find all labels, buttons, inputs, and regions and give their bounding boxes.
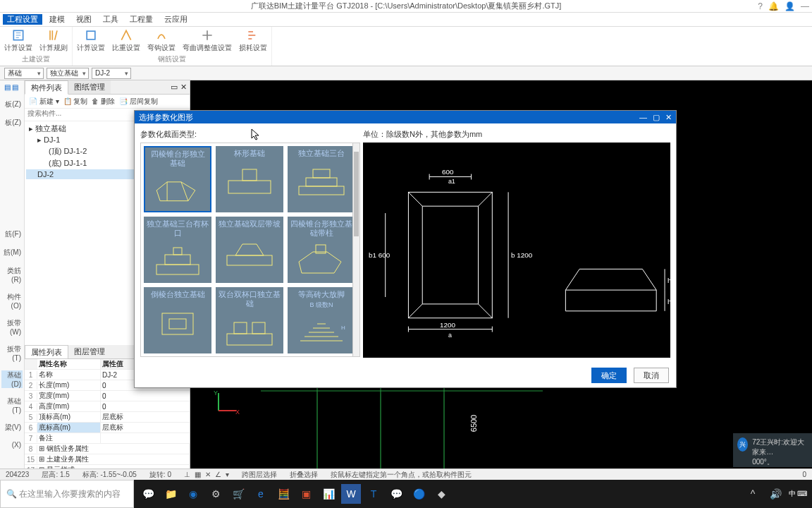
menu-st[interactable]: 视图 [72,14,96,25]
notification-toast[interactable]: 兴 72王兴时:欢迎大家来… 000°。 [733,433,812,467]
taskbar-icon[interactable]: e [251,484,271,504]
svg-text:h 600: h 600 [668,298,670,306]
leftnav-item[interactable]: 板(Z) [1,118,23,128]
svg-rect-14 [242,169,257,181]
menu-gj[interactable]: 工具 [99,14,123,25]
menu-jm[interactable]: 建模 [45,14,69,25]
shape-thumb-9[interactable]: 等高砖大放脚B 级数NH [288,287,355,353]
taskbar-icon[interactable]: 💬 [386,484,406,504]
btn-layercopy[interactable]: 📑 层间复制 [119,97,158,107]
shape-thumb-8[interactable]: 双台双杯口独立基础 [216,287,283,353]
dialog-max-icon[interactable]: ▢ [653,113,660,122]
bell-icon[interactable]: 🔔 [768,1,779,11]
canvas-dim: 6500 [469,415,478,432]
minimize-icon[interactable]: — [801,1,809,11]
combo-item[interactable]: DJ-2 [92,68,131,79]
leftnav-item[interactable]: 基础(T) [1,397,23,414]
taskbar-icon[interactable]: 📁 [161,484,180,504]
status-floor: 层高: 1.5 [42,470,69,480]
btn-delete[interactable]: 🗑 删除 [92,97,115,107]
tab-props[interactable]: 属性列表 [25,345,68,358]
btn-calc-set[interactable]: 计算设置 [4,28,32,53]
menu-gcl[interactable]: 工程量 [125,14,157,25]
svg-line-34 [479,192,493,206]
svg-rect-26 [169,319,186,329]
leftnav-item[interactable]: 筋(F) [1,229,23,239]
tray-icon[interactable]: ^ [743,484,763,504]
dialog-close-icon[interactable]: ✕ [665,113,672,122]
menu-yyy[interactable]: 云应用 [160,14,192,25]
tray-ime[interactable]: 中 ⌨ [788,484,808,504]
shape-thumb-3[interactable]: 独立基础三台 [288,146,355,212]
taskbar-icon[interactable]: T [364,484,383,504]
taskbar-icon[interactable]: 📊 [319,484,338,504]
svg-line-12 [181,182,188,201]
panel-min-icon[interactable]: ▭ [171,83,178,92]
leftnav-item[interactable]: 扳带(T) [1,344,23,362]
leftnav-item[interactable]: 扳带(W) [1,318,23,336]
btn-wqtz[interactable]: 弯曲调整值设置 [183,28,232,53]
leftnav-item[interactable]: 板(Z) [1,99,23,109]
taskbar-icon[interactable]: 🛒 [228,484,248,504]
taskbar-icon[interactable]: 💬 [138,484,158,504]
taskbar-icon[interactable]: 🔵 [409,484,429,504]
shape-thumb-7[interactable]: 倒棱台独立基础 [144,287,211,353]
taskbar-icon[interactable]: ◆ [431,484,451,504]
taskbar-icon[interactable]: W [341,484,361,504]
shape-thumb-6[interactable]: 四棱锥台形独立基础带柱 [288,217,355,283]
taskbar-icon[interactable]: ▣ [296,484,316,504]
panel-close-icon[interactable]: ✕ [180,83,187,92]
combo-type[interactable]: 独立基础 [47,68,89,79]
ok-button[interactable]: 确定 [591,368,627,383]
os-search[interactable]: 🔍 在这里输入你要搜索的内容 [0,480,134,508]
status-elev: 标高: -1.55~-0.05 [82,470,137,480]
svg-rect-19 [165,255,190,265]
btn-copy[interactable]: 📋 复制 [63,97,88,107]
btn-bz[interactable]: 比重设置 [112,28,140,53]
sub-toolbar: 基础 独立基础 DJ-2 [0,66,812,80]
leftnav-item[interactable]: 筋(M) [1,248,23,258]
dialog-title: 选择参数化图形 [139,112,193,123]
shape-thumb-4[interactable]: 独立基础三台有杯口 [144,217,211,283]
btn-calc-rule[interactable]: 计算规则 [39,28,68,53]
leftnav-item[interactable]: 梁(V) [1,423,23,433]
user-icon[interactable]: 👤 [785,1,795,11]
shape-thumb-5[interactable]: 独立基础双层带坡 [216,217,283,283]
dialog-min-icon[interactable]: — [639,113,647,121]
combo-category[interactable]: 基础 [4,68,44,79]
search-icon: 🔍 [6,489,17,499]
status-hint: 按鼠标左键指定第一个角点，或拾取构件图元 [331,470,472,480]
btn-new[interactable]: 📄 新建 ▾ [29,97,59,107]
leftnav-item-sel[interactable]: 基础(D) [1,370,23,388]
taskbar-icon[interactable]: ⚙ [206,484,226,504]
leftnav-icons[interactable]: ▤▤ [1,83,23,91]
dialog-titlebar[interactable]: 选择参数化图形 — ▢ ✕ [135,111,676,123]
tab-drawings[interactable]: 图纸管理 [68,80,111,94]
cancel-button[interactable]: 取消 [634,368,669,383]
svg-rect-29 [252,322,265,334]
window-titlebar: 广联达BIM土建计量平台 GTJ2018 - [C:\Users\Adminis… [0,0,812,13]
leftnav-item[interactable]: 构件(O) [1,292,23,310]
tray-icon[interactable]: 🔊 [765,484,785,504]
left-label: 参数化截面类型: [140,129,360,140]
menu-gcsz[interactable]: 工程设置 [3,14,42,25]
btn-wg[interactable]: 弯钩设置 [147,28,176,53]
shape-thumb-2[interactable]: 杯形基础 [216,146,283,212]
tab-components[interactable]: 构件列表 [25,80,68,95]
svg-rect-13 [228,181,271,193]
leftnav-item[interactable]: (X) [1,441,23,449]
svg-rect-20 [173,248,182,255]
svg-rect-28 [234,322,247,334]
svg-marker-32 [422,206,478,304]
shape-thumb-1[interactable]: 四棱锥台形独立基础 [144,146,211,212]
tab-layermgr[interactable]: 图层管理 [68,345,111,358]
menu-bar: 工程设置 建模 视图 工具 工程量 云应用 [0,13,812,27]
taskbar-icon[interactable]: ◉ [183,484,203,504]
help-icon[interactable]: ? [758,1,763,11]
thumb-scrollbar[interactable] [352,143,359,356]
status-bar: 204223 层高: 1.5 标高: -1.55~-0.05 旋转: 0 ⊥▦✕… [0,468,812,480]
taskbar-icon[interactable]: 🧮 [273,484,293,504]
btn-sh[interactable]: 损耗设置 [239,28,267,53]
leftnav-item[interactable]: 类筋(R) [1,266,23,284]
btn-gjs[interactable]: 计算设置 [77,28,105,53]
